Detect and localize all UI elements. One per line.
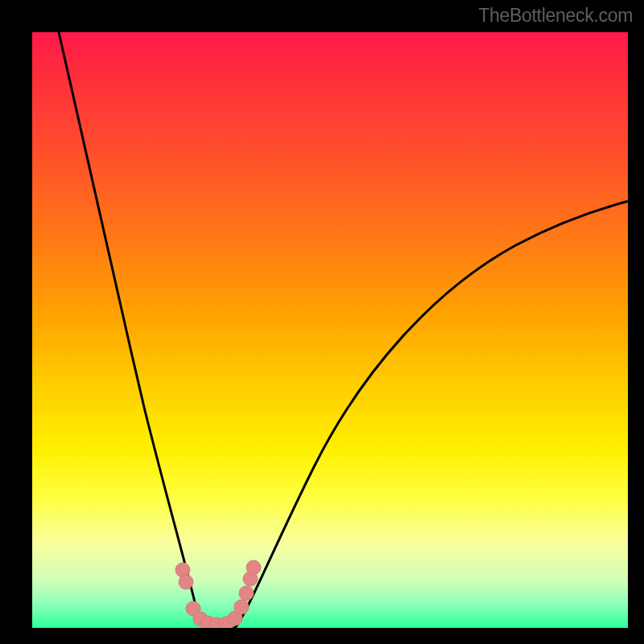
plot-svg — [32, 32, 628, 628]
marker-dot — [234, 600, 249, 614]
chart-stage: TheBottleneck.com — [0, 0, 644, 644]
marker-dot — [239, 586, 254, 601]
plot-area — [32, 32, 628, 628]
curve-right — [235, 201, 628, 628]
marker-dot — [179, 575, 193, 589]
curve-left — [59, 32, 204, 628]
marker-dot — [246, 560, 261, 575]
attribution-text: TheBottleneck.com — [478, 5, 633, 27]
marker-group — [175, 560, 261, 628]
